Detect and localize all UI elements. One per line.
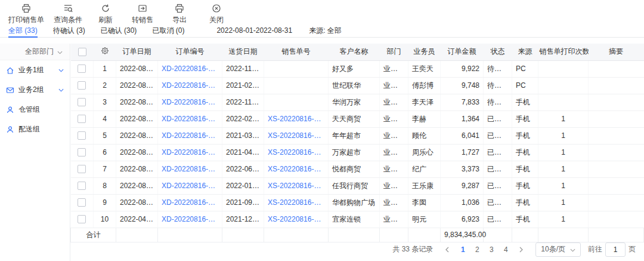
- print-count-cell: [538, 77, 589, 94]
- row-checkbox[interactable]: [78, 65, 86, 73]
- column-header[interactable]: 送货日期: [222, 44, 264, 60]
- goto-page: 前往 页: [588, 242, 636, 257]
- table-row[interactable]: 102022-04-11XD-20220816-0000092021-12-12…: [71, 211, 644, 228]
- order-no-link[interactable]: XD-20220816-000012: [158, 161, 222, 177]
- print-count-cell: 1: [538, 194, 589, 211]
- table-row[interactable]: 62022-08-11XD-20220816-0000132021-04-14X…: [71, 144, 644, 161]
- page-size-select[interactable]: 10条/页: [535, 242, 581, 257]
- prev-page-button[interactable]: [441, 243, 453, 256]
- row-checkbox[interactable]: [78, 198, 86, 207]
- sales-no-link[interactable]: XS-20220816-000010: [264, 194, 329, 211]
- table-row[interactable]: 92022-08-08XD-20220816-0000102021-09-13X…: [71, 194, 644, 211]
- row-checkbox[interactable]: [78, 81, 86, 90]
- chevron-down-icon[interactable]: [58, 69, 64, 72]
- column-header[interactable]: 订单金额: [441, 44, 484, 60]
- status-cell: 已确认: [484, 127, 512, 144]
- print-sales-order-button[interactable]: 打印销售单: [4, 4, 49, 25]
- sidebar-item-business-group-1[interactable]: 业务1组: [0, 60, 70, 80]
- source-cell: 手机: [512, 110, 538, 127]
- page-number[interactable]: 3: [485, 243, 497, 256]
- department-cell: 业务一部: [380, 94, 408, 110]
- order-no-link[interactable]: XD-20220816-000009: [158, 211, 222, 228]
- summary-cell: [589, 127, 644, 144]
- table-row[interactable]: 32022-08-14XD-20220816-0000162022-11-01华…: [71, 94, 644, 110]
- row-checkbox[interactable]: [78, 182, 86, 190]
- amount-cell: 9,922: [441, 60, 484, 77]
- query-conditions-button[interactable]: 查询条件: [49, 4, 87, 25]
- column-header[interactable]: 订单日期: [116, 44, 158, 60]
- amount-cell: 1,727: [441, 144, 484, 161]
- row-number: 7: [94, 161, 116, 177]
- sales-no-link[interactable]: XS-20220816-000015: [264, 110, 329, 127]
- sidebar-item-business-group-2[interactable]: 业务2组: [0, 80, 70, 100]
- column-header[interactable]: 状态: [484, 44, 512, 60]
- table-row[interactable]: 82022-08-09XD-20220816-0000112022-01-09X…: [71, 177, 644, 194]
- sidebar-item-delivery-group[interactable]: 配送组: [0, 119, 70, 139]
- table-row[interactable]: 22022-08-15XD-20220816-0000172021-02-06世…: [71, 77, 644, 94]
- order-no-link[interactable]: XD-20220816-000017: [158, 77, 222, 94]
- column-header[interactable]: 订单编号: [158, 44, 222, 60]
- close-button[interactable]: 关闭: [198, 4, 235, 25]
- row-checkbox-cell: [71, 144, 94, 161]
- row-checkbox[interactable]: [78, 215, 86, 223]
- sales-no-link[interactable]: XS-20220816-000014: [264, 127, 329, 144]
- total-row: 合计 9,834,345.00: [71, 228, 644, 242]
- department-cell: 业务一部: [380, 60, 408, 77]
- column-header[interactable]: 部门: [380, 44, 408, 60]
- tab-confirmed[interactable]: 已确认 (30): [101, 24, 137, 37]
- goto-page-input[interactable]: [605, 242, 626, 257]
- page-number[interactable]: 4: [500, 243, 512, 256]
- order-no-link[interactable]: XD-20220816-000010: [158, 194, 222, 211]
- department-cell: 业务一部: [380, 77, 408, 94]
- tab-pending-confirm[interactable]: 待确认 (3): [53, 24, 85, 37]
- department-select[interactable]: 全部部门: [0, 44, 70, 60]
- sales-no-link[interactable]: XS-20220816-000009: [264, 211, 329, 228]
- select-all-checkbox[interactable]: [78, 48, 86, 56]
- sidebar-item-warehouse-group[interactable]: 仓管组: [0, 100, 70, 119]
- status-cell: 待确认: [484, 60, 512, 77]
- sales-no-link[interactable]: XS-20220816-000013: [264, 144, 329, 161]
- department-cell: 业务二部: [380, 194, 408, 211]
- order-no-link[interactable]: XD-20220816-000018: [158, 60, 222, 77]
- refresh-button[interactable]: 刷新: [87, 4, 124, 25]
- page-number[interactable]: 1: [457, 243, 469, 256]
- page-number[interactable]: 2: [471, 243, 483, 256]
- source-filter[interactable]: 来源: 全部: [309, 24, 342, 37]
- table-row[interactable]: 52022-08-12XD-20220816-0000142021-03-12X…: [71, 127, 644, 144]
- toolbar: 打印销售单 查询条件 刷新 转销售 导: [0, 0, 644, 24]
- chevron-down-icon[interactable]: [58, 88, 64, 92]
- column-header[interactable]: 摘要: [589, 44, 644, 60]
- table-row[interactable]: 42022-08-13XD-20220816-0000152022-02-20X…: [71, 110, 644, 127]
- order-no-link[interactable]: XD-20220816-000014: [158, 127, 222, 144]
- table-row[interactable]: 12022-08-16XD-20220816-0000182022-11-07好…: [71, 60, 644, 77]
- customer-cell: 任我行商贸: [329, 177, 380, 194]
- column-header[interactable]: 客户名称: [329, 44, 380, 60]
- date-range-filter[interactable]: 2022-08-01-2022-08-31: [216, 24, 292, 37]
- column-header[interactable]: 销售单号: [264, 44, 329, 60]
- transfer-to-sales-button[interactable]: 转销售: [124, 4, 161, 25]
- next-page-button[interactable]: [515, 243, 527, 256]
- tab-all[interactable]: 全部 (33): [8, 24, 38, 37]
- order-no-link[interactable]: XD-20220816-000011: [158, 177, 222, 194]
- sales-no-link[interactable]: XS-20220816-000011: [264, 177, 329, 194]
- sales-no-link[interactable]: XS-20220816-000012: [264, 161, 329, 177]
- source-cell: 手机: [512, 127, 538, 144]
- table-row[interactable]: 72022-08-10XD-20220816-0000122022-06-16X…: [71, 161, 644, 177]
- row-checkbox[interactable]: [78, 131, 86, 140]
- order-no-link[interactable]: XD-20220816-000016: [158, 94, 222, 110]
- status-cell: 待确认: [484, 77, 512, 94]
- column-header[interactable]: 业务员: [408, 44, 441, 60]
- mail-icon: [6, 86, 14, 94]
- row-checkbox[interactable]: [78, 115, 86, 123]
- column-header[interactable]: 销售单打印次数: [538, 44, 589, 60]
- row-checkbox[interactable]: [78, 148, 86, 156]
- tab-cancelled[interactable]: 已取消 (0): [152, 24, 184, 37]
- row-checkbox[interactable]: [78, 98, 86, 106]
- export-button[interactable]: 导出: [161, 4, 198, 25]
- order-no-link[interactable]: XD-20220816-000013: [158, 144, 222, 161]
- gear-icon[interactable]: [101, 47, 109, 55]
- column-header[interactable]: 来源: [512, 44, 538, 60]
- order-no-link[interactable]: XD-20220816-000015: [158, 110, 222, 127]
- sales-no-cell: [264, 60, 329, 77]
- row-checkbox[interactable]: [78, 165, 86, 173]
